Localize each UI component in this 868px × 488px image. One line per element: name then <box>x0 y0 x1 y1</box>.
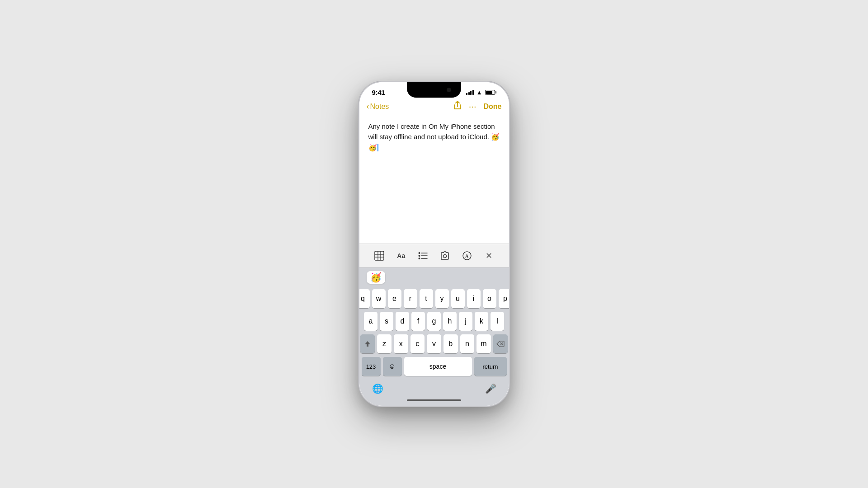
key-l[interactable]: l <box>491 312 504 331</box>
emoji-key[interactable]: ☺ <box>383 357 402 376</box>
svg-point-5 <box>418 252 420 254</box>
signal-bar-4 <box>472 90 474 95</box>
key-g[interactable]: g <box>427 312 441 331</box>
key-u[interactable]: u <box>451 289 465 308</box>
note-text: Any note I create in On My iPhone sectio… <box>368 122 500 151</box>
share-icon[interactable] <box>453 101 462 112</box>
space-key[interactable]: space <box>404 357 472 376</box>
key-r[interactable]: r <box>404 289 417 308</box>
keyboard-row-3: z x c v b n m <box>361 334 508 353</box>
emoji-suggestion-item[interactable]: 🥳 <box>367 271 385 284</box>
keyboard-row-1: q w e r t y u i o p <box>361 289 508 308</box>
key-p[interactable]: p <box>499 289 509 308</box>
key-q[interactable]: q <box>359 289 370 308</box>
key-b[interactable]: b <box>443 334 458 353</box>
keyboard-row-2: a s d f g h j k l <box>361 312 508 331</box>
key-m[interactable]: m <box>476 334 491 353</box>
key-f[interactable]: f <box>411 312 425 331</box>
svg-rect-0 <box>375 251 384 260</box>
key-j[interactable]: j <box>459 312 472 331</box>
signal-bar-2 <box>468 92 470 95</box>
wifi-icon: ▲ <box>476 89 482 96</box>
bottom-bar: 🌐 🎤 <box>359 381 509 397</box>
key-a[interactable]: a <box>364 312 377 331</box>
key-h[interactable]: h <box>443 312 457 331</box>
signal-bar-3 <box>470 91 472 95</box>
svg-text:A: A <box>465 253 469 258</box>
numbers-key[interactable]: 123 <box>362 357 381 376</box>
svg-point-7 <box>418 255 420 257</box>
back-button[interactable]: ‹ Notes <box>367 103 389 111</box>
notch <box>407 82 461 98</box>
signal-bars-icon <box>466 90 474 95</box>
notch-camera <box>447 88 451 92</box>
text-cursor <box>377 144 378 151</box>
screen: 9:41 ▲ <box>359 82 509 406</box>
home-bar <box>407 399 461 401</box>
key-c[interactable]: c <box>410 334 425 353</box>
battery-tip <box>495 91 496 94</box>
key-k[interactable]: k <box>475 312 488 331</box>
close-toolbar-button[interactable]: ✕ <box>481 248 497 264</box>
more-icon[interactable]: ··· <box>469 101 476 112</box>
key-v[interactable]: v <box>427 334 441 353</box>
nav-bar: ‹ Notes ··· Done <box>359 99 509 116</box>
find-button[interactable]: A <box>459 248 475 264</box>
keyboard: q w e r t y u i o p a s d f g <box>359 286 509 381</box>
format-toolbar: Aa <box>359 244 509 267</box>
key-d[interactable]: d <box>396 312 409 331</box>
battery-body <box>485 90 495 95</box>
signal-bar-1 <box>466 93 467 95</box>
key-o[interactable]: o <box>483 289 496 308</box>
svg-point-9 <box>418 258 420 259</box>
status-icons: ▲ <box>466 89 496 96</box>
emoji-suggestion-bar: 🥳 <box>359 267 509 286</box>
text-format-button[interactable]: Aa <box>393 248 409 264</box>
shift-key[interactable] <box>360 334 375 353</box>
globe-icon[interactable]: 🌐 <box>372 383 383 394</box>
nav-actions: ··· Done <box>453 101 502 112</box>
key-s[interactable]: s <box>380 312 393 331</box>
note-content-area[interactable]: Any note I create in On My iPhone sectio… <box>359 116 509 244</box>
done-button[interactable]: Done <box>484 103 502 111</box>
battery-fill <box>486 91 492 94</box>
key-z[interactable]: z <box>377 334 392 353</box>
key-n[interactable]: n <box>460 334 475 353</box>
key-i[interactable]: i <box>467 289 481 308</box>
home-indicator-area <box>359 397 509 406</box>
key-w[interactable]: w <box>372 289 386 308</box>
phone-body: 9:41 ▲ <box>359 81 510 407</box>
keyboard-row-4: 123 ☺ space return <box>361 357 508 376</box>
key-y[interactable]: y <box>435 289 449 308</box>
key-t[interactable]: t <box>420 289 433 308</box>
key-x[interactable]: x <box>394 334 408 353</box>
status-time: 9:41 <box>372 89 385 96</box>
phone-frame: 9:41 ▲ <box>359 81 510 407</box>
delete-key[interactable] <box>493 334 508 353</box>
back-label: Notes <box>370 103 389 111</box>
camera-button[interactable] <box>437 248 453 264</box>
microphone-icon[interactable]: 🎤 <box>485 383 496 394</box>
return-key[interactable]: return <box>474 357 507 376</box>
list-button[interactable] <box>415 248 431 264</box>
back-chevron-icon: ‹ <box>367 102 369 110</box>
battery-icon <box>485 90 496 95</box>
table-button[interactable] <box>371 248 387 264</box>
key-e[interactable]: e <box>388 289 401 308</box>
svg-point-11 <box>443 255 447 258</box>
